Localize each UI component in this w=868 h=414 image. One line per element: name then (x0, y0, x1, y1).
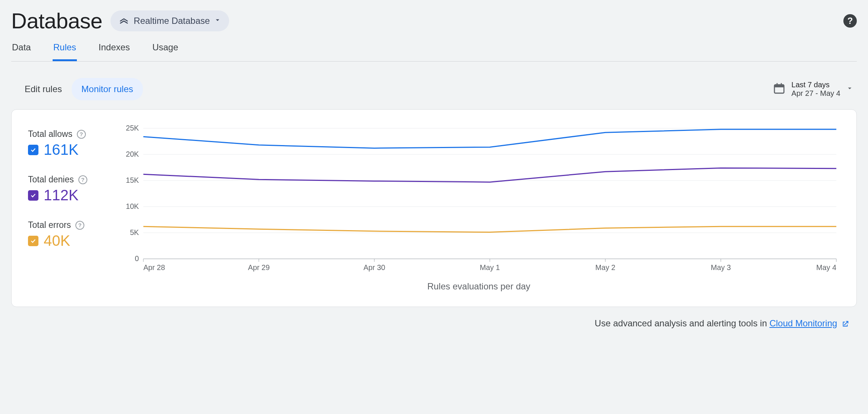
date-range-picker[interactable]: Last 7 days Apr 27 - May 4 (773, 81, 853, 98)
subtab-edit-rules[interactable]: Edit rules (15, 78, 72, 100)
help-icon: ? (847, 16, 853, 26)
svg-text:May 3: May 3 (711, 263, 731, 272)
tab-rules[interactable]: Rules (53, 40, 77, 61)
date-range-dates: Apr 27 - May 4 (791, 89, 840, 98)
page-title: Database (11, 8, 102, 33)
tab-usage[interactable]: Usage (152, 40, 179, 61)
svg-text:Apr 30: Apr 30 (363, 263, 385, 272)
svg-text:May 1: May 1 (480, 263, 500, 272)
subtab-monitor-rules[interactable]: Monitor rules (72, 78, 143, 100)
tab-indexes[interactable]: Indexes (98, 40, 131, 61)
calendar-icon (773, 82, 786, 96)
external-link-icon (840, 318, 849, 328)
rules-chart: 05K10K15K20K25KApr 28Apr 29Apr 30May 1Ma… (118, 125, 840, 274)
help-icon[interactable]: ? (77, 130, 86, 139)
footer-note: Use advanced analysis and alerting tools… (11, 307, 857, 329)
svg-text:5K: 5K (130, 228, 139, 236)
chart-card: Total allows ? 161K Total denies ? 112K (11, 109, 857, 307)
main-tabs: Data Rules Indexes Usage (11, 40, 857, 62)
tab-data[interactable]: Data (11, 40, 32, 61)
cloud-monitoring-link[interactable]: Cloud Monitoring (769, 318, 837, 328)
svg-text:Apr 29: Apr 29 (248, 263, 270, 272)
legend-allows: Total allows ? 161K (28, 129, 106, 158)
database-selector-label: Realtime Database (134, 16, 210, 26)
rules-subtabs: Edit rules Monitor rules (15, 78, 143, 100)
legend-errors-value: 40K (44, 232, 70, 249)
legend-denies-label: Total denies (28, 175, 74, 185)
legend-errors: Total errors ? 40K (28, 220, 106, 249)
help-button[interactable]: ? (843, 14, 857, 28)
svg-text:0: 0 (135, 254, 139, 263)
chart-xlabel: Rules evaluations per day (118, 281, 840, 292)
svg-text:Apr 28: Apr 28 (143, 263, 165, 272)
svg-text:May 4: May 4 (816, 263, 836, 272)
svg-rect-1 (774, 85, 784, 87)
svg-rect-3 (781, 83, 782, 86)
legend-errors-label: Total errors (28, 220, 71, 230)
svg-text:20K: 20K (126, 150, 139, 158)
legend-allows-checkbox[interactable] (28, 145, 38, 155)
chevron-down-icon (214, 17, 221, 25)
chevron-down-icon (846, 85, 853, 93)
svg-text:May 2: May 2 (595, 263, 615, 272)
legend-denies-value: 112K (44, 187, 78, 204)
legend-denies: Total denies ? 112K (28, 175, 106, 204)
legend-allows-label: Total allows (28, 129, 72, 139)
footer-text: Use advanced analysis and alerting tools… (595, 318, 769, 328)
legend-allows-value: 161K (44, 141, 78, 158)
svg-text:15K: 15K (126, 176, 139, 184)
svg-rect-2 (777, 83, 778, 86)
database-selector[interactable]: Realtime Database (110, 10, 229, 31)
svg-text:10K: 10K (126, 202, 139, 210)
legend-denies-checkbox[interactable] (28, 190, 38, 201)
database-type-icon (119, 15, 129, 27)
svg-text:25K: 25K (126, 125, 139, 132)
date-range-label: Last 7 days (791, 81, 840, 89)
help-icon[interactable]: ? (75, 221, 84, 230)
legend-errors-checkbox[interactable] (28, 236, 38, 246)
help-icon[interactable]: ? (78, 175, 87, 184)
